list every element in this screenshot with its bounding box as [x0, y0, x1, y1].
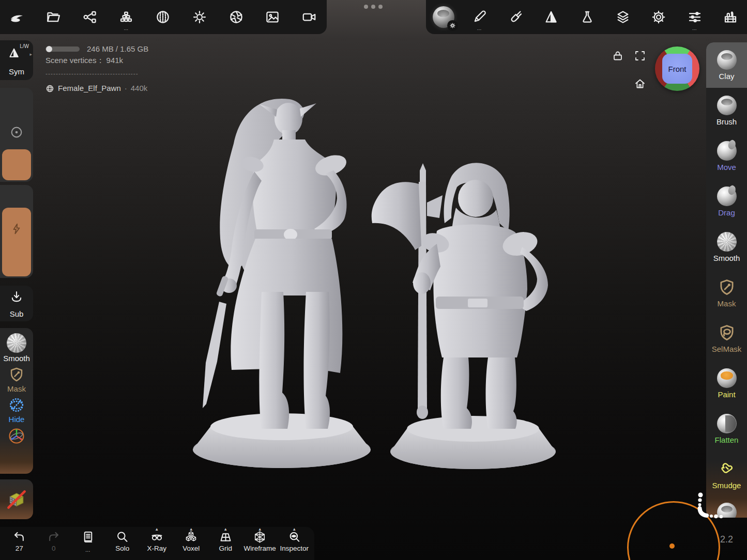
inspector-caret-icon: ▲ — [292, 527, 296, 532]
home-view-button[interactable] — [634, 77, 646, 90]
sun-icon — [192, 9, 207, 25]
nomad-logo-icon — [8, 9, 25, 25]
stroke-button[interactable]: … — [468, 4, 491, 30]
files-button[interactable] — [42, 4, 65, 30]
tool-paint-label: Paint — [718, 390, 735, 399]
grid-button[interactable]: ▲ Grid — [208, 529, 243, 552]
wireframe-button[interactable]: ▲ Wireframe — [243, 529, 278, 552]
toolbox-button[interactable] — [719, 4, 742, 30]
symmetry-toggle[interactable]: L/W ▸ Sym — [0, 40, 33, 80]
quick-hide-button[interactable]: Hide — [8, 396, 25, 424]
aperture-icon — [228, 9, 244, 25]
material-ball-button[interactable] — [432, 4, 455, 30]
top-right-toolbar: … — [426, 0, 747, 34]
grid-caret-icon: ▲ — [223, 527, 227, 532]
material-settings-badge — [447, 20, 458, 31]
postprocess-button[interactable] — [225, 4, 248, 30]
quick-smooth-button[interactable]: Smooth — [3, 333, 30, 363]
gear-icon — [651, 9, 666, 25]
dyntopo-panel[interactable] — [0, 479, 33, 519]
topology-button[interactable]: … — [115, 4, 138, 30]
tool-brush[interactable]: Brush — [706, 88, 747, 133]
interface-button[interactable]: … — [683, 4, 706, 30]
voxel-button[interactable]: ▲ Voxel — [174, 529, 209, 552]
panel-resize-handle[interactable] — [692, 491, 733, 522]
camera-button[interactable] — [298, 4, 321, 30]
tool-clay[interactable]: Clay — [706, 42, 747, 88]
topology-pyramid-icon — [118, 9, 134, 25]
material-ball-icon — [433, 6, 454, 28]
quick-mask-label: Mask — [7, 384, 26, 393]
tool-mask[interactable]: Mask — [706, 270, 747, 315]
selected-object-row[interactable]: Female_Elf_Pawn · 440k — [45, 83, 148, 94]
topology-more-dots: … — [115, 26, 138, 31]
layers-button[interactable] — [612, 4, 634, 30]
intensity-slider[interactable] — [0, 185, 33, 278]
scene-vertices-label: Scene vertices： — [45, 56, 104, 65]
tool-flatten[interactable]: Flatten — [706, 406, 747, 452]
tool-selmask-label: SelMask — [712, 345, 742, 353]
wireframe-label: Wireframe — [244, 545, 276, 552]
sub-tool-button[interactable]: Sub — [0, 286, 33, 321]
undo-icon — [12, 530, 26, 544]
scene-graph-button[interactable] — [79, 4, 101, 30]
multitask-dots-icon[interactable] — [364, 5, 383, 9]
smooth-sphere-icon — [717, 232, 737, 252]
gear-badge-icon — [449, 22, 456, 29]
undo-button[interactable]: 27 — [2, 529, 37, 552]
brush-sphere-icon — [717, 96, 737, 115]
history-more-dots: … — [85, 547, 91, 553]
app-version-label: 2.2 — [720, 534, 733, 545]
radius-slider[interactable] — [0, 88, 33, 182]
smooth-sphere-icon — [7, 333, 26, 353]
lighting-button[interactable] — [188, 4, 211, 30]
xray-button[interactable]: ▲ X-Ray — [140, 529, 174, 552]
inspector-button[interactable]: ▲ Inspector — [277, 529, 312, 552]
selmask-shield-icon — [717, 323, 737, 343]
paintbrush-icon — [508, 9, 523, 25]
gizmo-front-face[interactable]: Front — [662, 54, 692, 84]
solo-button[interactable]: Solo — [105, 529, 140, 552]
nomad-logo-button[interactable] — [5, 4, 28, 30]
stroke-more-dots: … — [468, 26, 491, 31]
settings-button[interactable] — [647, 4, 670, 30]
fullscreen-icon — [634, 50, 646, 62]
tool-paint[interactable]: Paint — [706, 361, 747, 406]
redo-count: 0 — [52, 545, 56, 552]
tool-drag-label: Drag — [718, 208, 735, 217]
background-button[interactable] — [261, 4, 284, 30]
voxel-cubes-icon — [184, 530, 198, 544]
home-icon — [634, 77, 646, 90]
bottom-toolbar: 27 0 … Solo ▲ — [0, 527, 314, 560]
mask-shield-icon — [717, 277, 737, 297]
sym-expand-arrow-icon[interactable]: ▸ — [29, 52, 32, 57]
symmetry-button[interactable] — [540, 4, 562, 30]
fullscreen-button[interactable] — [634, 50, 646, 62]
undo-count: 27 — [16, 545, 23, 552]
hatched-sphere-icon — [155, 9, 171, 25]
tool-selmask[interactable]: SelMask — [706, 315, 747, 361]
tool-drag[interactable]: Drag — [706, 179, 747, 224]
dwarf-model — [372, 163, 548, 429]
lab-button[interactable] — [576, 4, 599, 30]
quick-mask-button[interactable]: Mask — [7, 366, 26, 393]
inspector-eye-icon — [287, 530, 301, 544]
object-vertex-count: 440k — [131, 83, 148, 94]
drag-sphere-icon — [717, 186, 737, 206]
female-elf-model — [203, 99, 349, 429]
orientation-gizmo[interactable]: Front — [655, 46, 699, 91]
sub-label: Sub — [0, 309, 33, 318]
redo-button[interactable]: 0 — [37, 529, 71, 552]
tool-move[interactable]: Move — [706, 133, 747, 179]
folder-icon — [45, 9, 61, 25]
material-button[interactable] — [151, 4, 174, 30]
grid-label: Grid — [219, 545, 232, 552]
tool-smudge[interactable]: Smudge — [706, 452, 747, 497]
dwarf-base — [390, 416, 556, 469]
tool-smooth[interactable]: Smooth — [706, 224, 747, 270]
lock-view-button[interactable] — [612, 50, 624, 62]
grid-icon — [219, 530, 233, 544]
painting-button[interactable] — [504, 4, 527, 30]
history-button[interactable]: … — [71, 529, 105, 553]
gizmo-tool-button[interactable] — [7, 427, 26, 445]
